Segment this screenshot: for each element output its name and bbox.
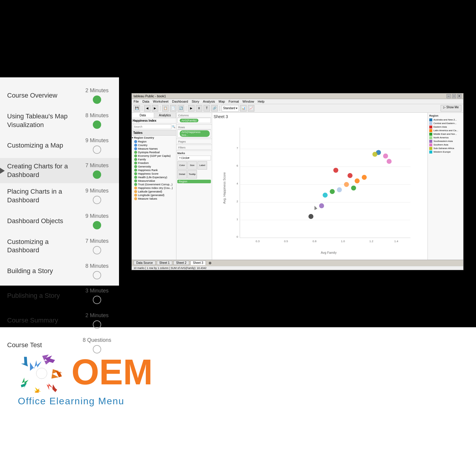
filters-label: Filters <box>177 146 211 150</box>
field-item-generosity[interactable]: Generosity <box>132 165 176 168</box>
region-pill-container: Region <box>177 180 211 183</box>
menu-item-window[interactable]: Window <box>242 100 254 103</box>
sheet-tab-sheet-1[interactable]: Sheet 1 <box>157 261 172 265</box>
menu-item-worksheet[interactable]: Worksheet <box>153 100 168 103</box>
field-item-longitude-(generated)[interactable]: Longitude (generated) <box>132 193 176 197</box>
svg-point-28 <box>351 185 356 190</box>
field-item-latitude-(generated)[interactable]: Latitude (generated) <box>132 190 176 193</box>
toolbar-btn-10[interactable]: 📊 <box>240 105 247 112</box>
menu-item-dashboard[interactable]: Dashboard <box>172 100 188 103</box>
field-item-trust-(government-corrup...)[interactable]: Trust (Government Corrup...) <box>132 183 176 186</box>
forward-button[interactable]: ▶ <box>152 105 158 112</box>
menu-item-story[interactable]: Story <box>192 100 199 103</box>
toolbar-btn-4[interactable]: 📄 <box>170 105 176 112</box>
marks-btn-size[interactable]: Size <box>187 161 197 170</box>
field-item-happiness-index-ctry-(cou...)[interactable]: Happiness Index ctry (Cou...) <box>132 186 176 190</box>
legend-color-swatch <box>429 147 432 150</box>
sidebar-item-creating-charts[interactable]: Creating Charts for a Dashboard7 Minutes <box>0 158 119 183</box>
toolbar-btn-11[interactable]: 📈 <box>248 105 254 112</box>
svg-text:0.5: 0.5 <box>284 239 288 242</box>
sidebar-item-course-summary[interactable]: Course Summary2 Minutes <box>0 308 119 333</box>
maximize-button[interactable]: □ <box>452 94 456 98</box>
field-item-dystopia-residual[interactable]: Dystopia Residual <box>132 151 176 154</box>
data-tab[interactable]: Data <box>132 113 154 118</box>
menu-item-map[interactable]: Map <box>219 100 225 103</box>
sidebar-item-publishing-story[interactable]: Publishing a Story3 Minutes <box>0 284 119 308</box>
fields-section-header[interactable]: ▾ Region Country <box>132 136 176 140</box>
sidebar-item-customizing-dashboard[interactable]: Customizing a Dashboard7 Minutes <box>0 234 119 259</box>
search-input[interactable] <box>133 124 171 129</box>
sidebar-item-label-dashboard-objects: Dashboard Objects <box>7 217 79 226</box>
sidebar-item-course-test[interactable]: Course Test8 Questions <box>0 333 119 358</box>
legend-item: Australia and New Z... <box>429 118 462 121</box>
toolbar-btn-7[interactable]: ⏸ <box>196 105 202 112</box>
sheet-tab-sheet-3[interactable]: Sheet 3 <box>190 261 206 265</box>
tableau-window: tableau Public - book1 ─ □ ✕ FileDataWor… <box>119 77 476 286</box>
marks-btn-color[interactable]: Color <box>177 161 187 170</box>
legend-item: North America <box>429 136 462 139</box>
field-item-family[interactable]: Family <box>132 158 176 161</box>
legend-color-swatch <box>429 143 432 146</box>
menu-item-file[interactable]: File <box>134 100 139 103</box>
marks-title: Marks <box>177 152 211 155</box>
svg-text:4: 4 <box>237 182 238 185</box>
legend-item: Middle East and Nor... <box>429 133 462 136</box>
close-button[interactable]: ✕ <box>457 94 461 98</box>
sheet-tab-sheet-2[interactable]: Sheet 2 <box>173 261 189 265</box>
legend-item: Eastern Asia <box>429 126 462 129</box>
toolbar-btn-8[interactable]: T <box>203 105 210 112</box>
toolbar-btn-9[interactable]: 🔗 <box>211 105 218 112</box>
toolbar-btn-6[interactable]: ▶ <box>188 105 195 112</box>
sidebar-item-customizing-map[interactable]: Customizing a Map9 Minutes <box>0 133 119 158</box>
field-item-happiness-score[interactable]: Happiness Score <box>132 172 176 176</box>
back-button[interactable]: ◀ <box>144 105 151 112</box>
sidebar-item-course-overview[interactable]: Course Overview2 Minutes <box>0 83 119 108</box>
menu-item-help[interactable]: Help <box>258 100 264 103</box>
tables-title: Tables <box>132 130 176 136</box>
item-dot-course-test <box>93 345 101 353</box>
svg-point-24 <box>355 178 360 183</box>
item-duration-placing-charts: 9 Minutes <box>85 188 109 194</box>
analytics-tab[interactable]: Analytics <box>154 113 176 118</box>
field-name: Generosity <box>138 165 151 168</box>
show-me-button[interactable]: ▷ Show Me <box>441 105 461 112</box>
minimize-button[interactable]: ─ <box>447 94 451 98</box>
toolbar-btn-3[interactable]: 📋 <box>162 105 169 112</box>
legend-items: Australia and New Z...Central and Easter… <box>429 118 462 154</box>
legend-item: Southeastern Asia <box>429 140 462 143</box>
field-item-measurevalue[interactable]: MeasureValue <box>132 179 176 183</box>
save-button[interactable]: 💾 <box>134 105 140 112</box>
scatter-svg: Avg. Happiness Score Avg Family <box>214 120 426 256</box>
field-item-economy-(gdp-per-capita)[interactable]: Economy (GDP per Capita) <box>132 154 176 158</box>
field-icon <box>134 176 137 179</box>
field-item-measure-names[interactable]: Measure Names <box>132 147 176 151</box>
sheet-tab-data-source[interactable]: Data Source <box>134 261 156 265</box>
field-item-measure-values[interactable]: Measure Values <box>132 197 176 201</box>
field-item-health-(life-expectancy)[interactable]: Health (Life Expectancy) <box>132 176 176 179</box>
field-item-happiness-rank[interactable]: Happiness Rank <box>132 168 176 172</box>
marks-btn-tooltip[interactable]: Tooltip <box>187 170 197 178</box>
menu-item-data[interactable]: Data <box>143 100 149 103</box>
menu-item-analysis[interactable]: Analysis <box>203 100 215 103</box>
svg-text:2: 2 <box>237 199 238 203</box>
new-sheet-button[interactable]: ⊕ <box>207 261 213 265</box>
menu-item-format[interactable]: Format <box>228 100 239 103</box>
field-item-country[interactable]: Country <box>132 143 176 147</box>
standard-dropdown[interactable]: Standard ▾ <box>222 105 239 112</box>
field-item-freedom[interactable]: Freedom <box>132 161 176 165</box>
sidebar-item-using-tableau-map[interactable]: Using Tableau's Map Visualization8 Minut… <box>0 108 119 133</box>
legend-item-label: Latin America and Ca... <box>433 129 458 132</box>
field-item-region[interactable]: Region <box>132 140 176 143</box>
field-name: Trust (Government Corrup...) <box>138 183 173 186</box>
sidebar-item-building-story[interactable]: Building a Story8 Minutes <box>0 259 119 284</box>
sidebar-item-label-course-overview: Course Overview <box>7 91 79 100</box>
svg-text:0.3: 0.3 <box>256 239 259 242</box>
item-duration-course-test: 8 Questions <box>83 337 111 343</box>
sidebar-item-placing-charts[interactable]: Placing Charts in a Dashboard9 Minutes <box>0 183 119 209</box>
sidebar-item-dashboard-objects[interactable]: Dashboard Objects9 Minutes <box>0 209 119 234</box>
field-icon <box>134 158 137 161</box>
marks-btn-label[interactable]: Label <box>198 161 207 170</box>
marks-btn-detail[interactable]: Detail <box>177 170 187 178</box>
marks-type[interactable]: ⚬ Circle ▾ <box>177 156 211 160</box>
toolbar-btn-5[interactable]: 🔄 <box>178 105 184 112</box>
